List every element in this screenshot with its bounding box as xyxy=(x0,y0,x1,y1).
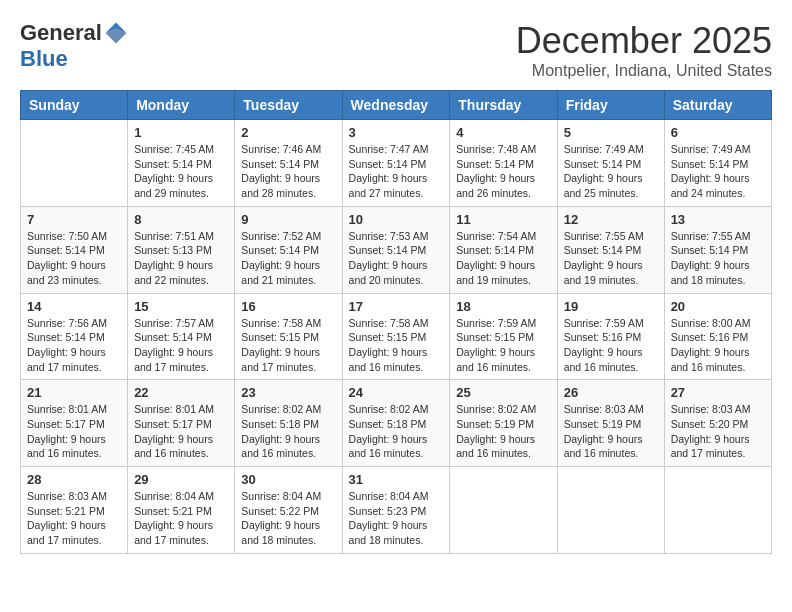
day-info: Sunrise: 7:50 AM Sunset: 5:14 PM Dayligh… xyxy=(27,229,121,288)
logo-general: General xyxy=(20,20,102,46)
day-number: 4 xyxy=(456,125,550,140)
calendar-cell: 31Sunrise: 8:04 AM Sunset: 5:23 PM Dayli… xyxy=(342,467,450,554)
day-info: Sunrise: 7:55 AM Sunset: 5:14 PM Dayligh… xyxy=(564,229,658,288)
day-info: Sunrise: 7:51 AM Sunset: 5:13 PM Dayligh… xyxy=(134,229,228,288)
day-info: Sunrise: 8:03 AM Sunset: 5:21 PM Dayligh… xyxy=(27,489,121,548)
calendar-cell: 16Sunrise: 7:58 AM Sunset: 5:15 PM Dayli… xyxy=(235,293,342,380)
calendar-cell: 8Sunrise: 7:51 AM Sunset: 5:13 PM Daylig… xyxy=(128,206,235,293)
calendar-cell: 10Sunrise: 7:53 AM Sunset: 5:14 PM Dayli… xyxy=(342,206,450,293)
calendar-week-2: 7Sunrise: 7:50 AM Sunset: 5:14 PM Daylig… xyxy=(21,206,772,293)
day-info: Sunrise: 8:02 AM Sunset: 5:19 PM Dayligh… xyxy=(456,402,550,461)
calendar-cell: 23Sunrise: 8:02 AM Sunset: 5:18 PM Dayli… xyxy=(235,380,342,467)
day-info: Sunrise: 8:02 AM Sunset: 5:18 PM Dayligh… xyxy=(241,402,335,461)
calendar-cell: 5Sunrise: 7:49 AM Sunset: 5:14 PM Daylig… xyxy=(557,120,664,207)
calendar-cell: 9Sunrise: 7:52 AM Sunset: 5:14 PM Daylig… xyxy=(235,206,342,293)
day-info: Sunrise: 7:59 AM Sunset: 5:16 PM Dayligh… xyxy=(564,316,658,375)
day-number: 29 xyxy=(134,472,228,487)
calendar-cell: 12Sunrise: 7:55 AM Sunset: 5:14 PM Dayli… xyxy=(557,206,664,293)
calendar-cell: 28Sunrise: 8:03 AM Sunset: 5:21 PM Dayli… xyxy=(21,467,128,554)
calendar-cell xyxy=(450,467,557,554)
calendar-week-4: 21Sunrise: 8:01 AM Sunset: 5:17 PM Dayli… xyxy=(21,380,772,467)
calendar-cell: 30Sunrise: 8:04 AM Sunset: 5:22 PM Dayli… xyxy=(235,467,342,554)
day-number: 30 xyxy=(241,472,335,487)
calendar-header-row: SundayMondayTuesdayWednesdayThursdayFrid… xyxy=(21,91,772,120)
day-number: 14 xyxy=(27,299,121,314)
day-info: Sunrise: 8:04 AM Sunset: 5:22 PM Dayligh… xyxy=(241,489,335,548)
day-number: 28 xyxy=(27,472,121,487)
day-number: 13 xyxy=(671,212,765,227)
page-header: General Blue December 2025 Montpelier, I… xyxy=(20,20,772,80)
day-header-saturday: Saturday xyxy=(664,91,771,120)
calendar-cell: 6Sunrise: 7:49 AM Sunset: 5:14 PM Daylig… xyxy=(664,120,771,207)
month-title: December 2025 xyxy=(516,20,772,62)
day-number: 31 xyxy=(349,472,444,487)
calendar-cell: 11Sunrise: 7:54 AM Sunset: 5:14 PM Dayli… xyxy=(450,206,557,293)
day-number: 22 xyxy=(134,385,228,400)
title-section: December 2025 Montpelier, Indiana, Unite… xyxy=(516,20,772,80)
day-number: 11 xyxy=(456,212,550,227)
day-info: Sunrise: 7:49 AM Sunset: 5:14 PM Dayligh… xyxy=(671,142,765,201)
calendar-cell: 26Sunrise: 8:03 AM Sunset: 5:19 PM Dayli… xyxy=(557,380,664,467)
day-info: Sunrise: 7:45 AM Sunset: 5:14 PM Dayligh… xyxy=(134,142,228,201)
day-number: 23 xyxy=(241,385,335,400)
day-number: 19 xyxy=(564,299,658,314)
day-number: 21 xyxy=(27,385,121,400)
day-info: Sunrise: 8:01 AM Sunset: 5:17 PM Dayligh… xyxy=(27,402,121,461)
day-info: Sunrise: 7:46 AM Sunset: 5:14 PM Dayligh… xyxy=(241,142,335,201)
day-info: Sunrise: 7:58 AM Sunset: 5:15 PM Dayligh… xyxy=(349,316,444,375)
day-number: 10 xyxy=(349,212,444,227)
day-number: 6 xyxy=(671,125,765,140)
calendar-cell xyxy=(21,120,128,207)
day-number: 7 xyxy=(27,212,121,227)
calendar-cell: 27Sunrise: 8:03 AM Sunset: 5:20 PM Dayli… xyxy=(664,380,771,467)
day-info: Sunrise: 7:58 AM Sunset: 5:15 PM Dayligh… xyxy=(241,316,335,375)
calendar-cell: 17Sunrise: 7:58 AM Sunset: 5:15 PM Dayli… xyxy=(342,293,450,380)
day-info: Sunrise: 7:53 AM Sunset: 5:14 PM Dayligh… xyxy=(349,229,444,288)
day-header-sunday: Sunday xyxy=(21,91,128,120)
logo-icon xyxy=(104,21,128,45)
day-number: 8 xyxy=(134,212,228,227)
logo: General Blue xyxy=(20,20,128,72)
day-number: 18 xyxy=(456,299,550,314)
day-number: 16 xyxy=(241,299,335,314)
calendar-cell: 24Sunrise: 8:02 AM Sunset: 5:18 PM Dayli… xyxy=(342,380,450,467)
calendar-cell: 25Sunrise: 8:02 AM Sunset: 5:19 PM Dayli… xyxy=(450,380,557,467)
day-number: 17 xyxy=(349,299,444,314)
day-info: Sunrise: 8:00 AM Sunset: 5:16 PM Dayligh… xyxy=(671,316,765,375)
calendar-cell: 29Sunrise: 8:04 AM Sunset: 5:21 PM Dayli… xyxy=(128,467,235,554)
calendar-cell: 15Sunrise: 7:57 AM Sunset: 5:14 PM Dayli… xyxy=(128,293,235,380)
day-info: Sunrise: 8:03 AM Sunset: 5:20 PM Dayligh… xyxy=(671,402,765,461)
day-info: Sunrise: 7:59 AM Sunset: 5:15 PM Dayligh… xyxy=(456,316,550,375)
day-info: Sunrise: 7:48 AM Sunset: 5:14 PM Dayligh… xyxy=(456,142,550,201)
calendar-table: SundayMondayTuesdayWednesdayThursdayFrid… xyxy=(20,90,772,554)
day-info: Sunrise: 8:01 AM Sunset: 5:17 PM Dayligh… xyxy=(134,402,228,461)
day-header-tuesday: Tuesday xyxy=(235,91,342,120)
day-number: 5 xyxy=(564,125,658,140)
day-info: Sunrise: 7:52 AM Sunset: 5:14 PM Dayligh… xyxy=(241,229,335,288)
day-header-monday: Monday xyxy=(128,91,235,120)
calendar-cell: 3Sunrise: 7:47 AM Sunset: 5:14 PM Daylig… xyxy=(342,120,450,207)
calendar-cell: 21Sunrise: 8:01 AM Sunset: 5:17 PM Dayli… xyxy=(21,380,128,467)
day-header-thursday: Thursday xyxy=(450,91,557,120)
day-info: Sunrise: 8:03 AM Sunset: 5:19 PM Dayligh… xyxy=(564,402,658,461)
calendar-cell: 20Sunrise: 8:00 AM Sunset: 5:16 PM Dayli… xyxy=(664,293,771,380)
day-header-wednesday: Wednesday xyxy=(342,91,450,120)
day-number: 9 xyxy=(241,212,335,227)
day-header-friday: Friday xyxy=(557,91,664,120)
day-number: 12 xyxy=(564,212,658,227)
day-number: 3 xyxy=(349,125,444,140)
day-number: 1 xyxy=(134,125,228,140)
calendar-cell xyxy=(664,467,771,554)
day-info: Sunrise: 7:54 AM Sunset: 5:14 PM Dayligh… xyxy=(456,229,550,288)
calendar-week-3: 14Sunrise: 7:56 AM Sunset: 5:14 PM Dayli… xyxy=(21,293,772,380)
day-number: 2 xyxy=(241,125,335,140)
calendar-week-1: 1Sunrise: 7:45 AM Sunset: 5:14 PM Daylig… xyxy=(21,120,772,207)
day-number: 25 xyxy=(456,385,550,400)
day-info: Sunrise: 7:56 AM Sunset: 5:14 PM Dayligh… xyxy=(27,316,121,375)
day-number: 24 xyxy=(349,385,444,400)
calendar-cell: 1Sunrise: 7:45 AM Sunset: 5:14 PM Daylig… xyxy=(128,120,235,207)
calendar-cell: 2Sunrise: 7:46 AM Sunset: 5:14 PM Daylig… xyxy=(235,120,342,207)
calendar-week-5: 28Sunrise: 8:03 AM Sunset: 5:21 PM Dayli… xyxy=(21,467,772,554)
day-number: 27 xyxy=(671,385,765,400)
calendar-cell: 7Sunrise: 7:50 AM Sunset: 5:14 PM Daylig… xyxy=(21,206,128,293)
